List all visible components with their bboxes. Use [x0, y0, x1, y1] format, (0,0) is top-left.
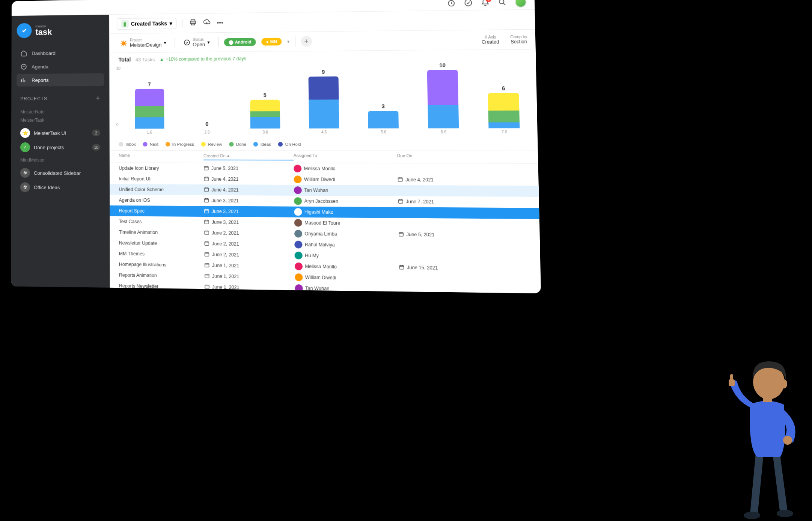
add-filter-button[interactable]: +: [301, 36, 312, 47]
assignee-avatar: [294, 219, 302, 227]
chart-bar[interactable]: 02.6: [185, 121, 229, 134]
project-count-badge: 2: [92, 130, 100, 136]
calendar-icon: [399, 264, 404, 271]
project-item[interactable]: ☢Office Ideas: [17, 180, 104, 195]
cell-assigned: Hu My: [295, 252, 399, 261]
filter-project[interactable]: ✴️ ProjectMeisterDesign ▾: [117, 37, 169, 48]
trend-indicator: ▲+10% compared to the previous 7 days: [160, 56, 246, 62]
bar-category: 1.6: [147, 130, 152, 134]
user-avatar[interactable]: [515, 0, 526, 8]
legend-dot-icon: [143, 142, 147, 146]
nav-dashboard[interactable]: Dashboard: [17, 46, 104, 60]
assignee-avatar: [294, 241, 302, 249]
cell-assigned: Tan Wuhan: [295, 284, 399, 293]
legend-item[interactable]: Inbox: [119, 142, 136, 146]
cell-created: June 2, 2021: [204, 251, 295, 259]
legend-label: In Progress: [172, 142, 194, 146]
col-due[interactable]: Due On: [397, 153, 528, 161]
chart-bar[interactable]: 71.6: [128, 81, 171, 134]
cell-created: June 1, 2021: [204, 273, 295, 281]
cell-assigned: Rahul Malviya: [294, 241, 398, 249]
table-row[interactable]: Initial Report UI June 4, 2021 William D…: [110, 174, 539, 186]
tag-mn[interactable]: ●MN: [261, 38, 282, 46]
svg-point-27: [777, 510, 793, 517]
chart-bar[interactable]: 67.6: [480, 85, 527, 134]
download-icon[interactable]: [203, 18, 211, 27]
col-assigned[interactable]: Assigned To: [294, 153, 397, 161]
chart-bar[interactable]: 94.6: [301, 69, 346, 134]
project-item[interactable]: ☢Consolidated Sidebar: [17, 166, 104, 180]
legend-item[interactable]: Review: [201, 142, 222, 146]
chart-legend: InboxNextIn ProgressReviewDoneIdeasOn Ho…: [110, 138, 538, 151]
xaxis-selector[interactable]: X AxisCreated: [482, 35, 499, 45]
legend-item[interactable]: Ideas: [253, 142, 271, 146]
col-created[interactable]: Created On▴: [203, 153, 294, 160]
legend-item[interactable]: Next: [143, 142, 158, 146]
print-icon[interactable]: [189, 18, 197, 27]
calendar-icon: [398, 198, 403, 205]
logo[interactable]: meistertask: [17, 22, 104, 38]
nav-reports[interactable]: Reports: [17, 73, 104, 86]
bar-value: 10: [439, 62, 446, 69]
cell-due: [398, 224, 530, 225]
illustration-character: [714, 341, 812, 521]
chart-bar[interactable]: 106.6: [420, 62, 467, 134]
nav-agenda[interactable]: Agenda: [17, 60, 104, 73]
bar-segment: [250, 100, 280, 111]
legend-item[interactable]: Done: [229, 142, 246, 146]
check-circle-icon: [184, 39, 191, 46]
cell-assigned: Masood El Toure: [294, 219, 398, 228]
cell-name: Report Spec: [119, 208, 204, 214]
cell-due: June 15, 2021: [399, 264, 530, 272]
table-row[interactable]: Update Icon Library June 5, 2021 Melissa…: [110, 163, 538, 175]
check-circle-icon[interactable]: [464, 0, 473, 7]
view-label: Created Tasks: [131, 20, 167, 27]
assignee-avatar: [294, 186, 302, 194]
calendar-icon: [204, 197, 209, 204]
bar-value: 9: [322, 69, 325, 75]
project-icon: ☢: [20, 182, 30, 192]
chart-bar[interactable]: 35.6: [360, 103, 406, 134]
cell-name: Test Cases: [119, 219, 204, 225]
svg-point-26: [744, 512, 760, 519]
col-name[interactable]: Name: [119, 153, 203, 160]
calendar-icon: [204, 208, 209, 214]
cell-created: June 3, 2021: [204, 208, 294, 215]
svg-rect-16: [205, 220, 209, 224]
project-item[interactable]: ⭐MeisterTask UI2: [17, 126, 104, 140]
chart-bar[interactable]: 53.6: [243, 92, 288, 134]
legend-item[interactable]: On Hold: [278, 142, 301, 146]
timer-icon[interactable]: [447, 0, 456, 7]
bar-segment: [368, 111, 399, 128]
cell-name: Timeline Animation: [119, 230, 204, 236]
cell-assigned: Melissa Morillo: [295, 263, 399, 272]
agenda-icon: [20, 63, 27, 70]
svg-point-33: [781, 379, 787, 388]
legend-dot-icon: [165, 142, 170, 146]
cell-name: Unified Color Scheme: [119, 187, 203, 192]
more-icon[interactable]: •••: [217, 20, 223, 26]
groupby-selector[interactable]: Group bySection: [510, 35, 527, 44]
legend-item[interactable]: In Progress: [165, 142, 194, 146]
svg-rect-17: [205, 231, 209, 234]
project-icon: ☢: [20, 168, 30, 178]
bell-icon[interactable]: 5: [481, 0, 490, 7]
project-name: Office Ideas: [34, 184, 60, 190]
bar-value: 7: [148, 81, 151, 87]
bar-segment: [428, 105, 459, 128]
cell-due: [398, 246, 530, 247]
cell-name: Homepage Illustrations: [119, 262, 204, 268]
chevron-down-icon[interactable]: ▾: [287, 39, 289, 44]
cell-name: MM Themes: [119, 251, 204, 257]
cell-name: Initial Report UI: [119, 176, 203, 182]
bar-category: 5.6: [381, 130, 386, 134]
cell-created: June 4, 2021: [204, 187, 294, 193]
view-selector[interactable]: ▮ Created Tasks ▾: [117, 18, 176, 30]
add-project-button[interactable]: +: [96, 94, 101, 102]
svg-rect-24: [205, 285, 209, 288]
project-item[interactable]: ✓Done projects10: [17, 140, 104, 154]
tag-android[interactable]: ⬤Android: [224, 38, 256, 46]
search-icon[interactable]: [498, 0, 507, 6]
filter-status[interactable]: StatusOpen ▾: [181, 36, 213, 48]
legend-dot-icon: [253, 142, 258, 146]
